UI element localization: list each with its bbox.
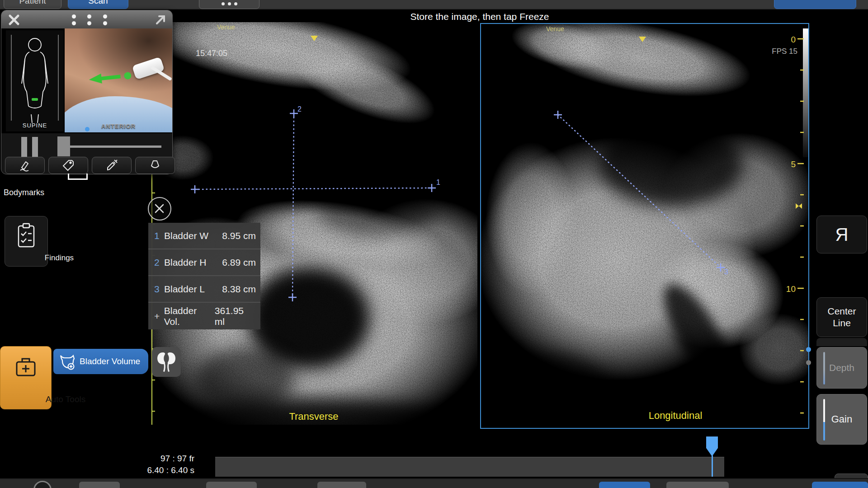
partial-button[interactable] <box>317 482 366 488</box>
tag-button[interactable] <box>48 157 88 174</box>
dismiss-measurements-button[interactable] <box>148 197 171 221</box>
panel-drag-handle[interactable] <box>69 14 110 25</box>
annotation-toolbar <box>1 157 172 175</box>
injection-button[interactable] <box>92 157 132 174</box>
scan-button[interactable]: Scan <box>68 0 128 9</box>
venue-watermark: Venue <box>546 25 564 33</box>
depth-slider-indicator <box>823 352 825 385</box>
patient-button[interactable]: Patient <box>4 0 61 9</box>
timeline-bar[interactable] <box>215 457 724 477</box>
view-border-handle-grey[interactable] <box>806 360 811 365</box>
pause-icon <box>21 137 27 157</box>
gain-button[interactable]: Gain <box>816 394 867 445</box>
probe-button[interactable] <box>135 157 175 174</box>
more-dots-icon <box>199 0 259 5</box>
pen-button[interactable] <box>5 157 45 174</box>
close-icon <box>149 198 170 219</box>
measurement-value: 8.38 cm <box>222 284 256 295</box>
measurement-row: + Bladder Vol. 361.95 ml <box>148 303 260 329</box>
bladder-volume-button[interactable]: Bladder Volume <box>53 349 148 374</box>
auto-tools-label: Auto Tools <box>40 394 91 404</box>
clip-slider-track[interactable] <box>69 145 161 148</box>
view-label: Transverse <box>289 411 338 422</box>
measurement-index: + <box>154 311 164 322</box>
anterior-label: ANTERIOR <box>65 123 172 130</box>
measurement-row: 2 Bladder H 6.89 cm <box>148 249 260 276</box>
close-icon <box>8 14 20 26</box>
measurement-row: 1 Bladder W 8.95 cm <box>148 223 260 249</box>
measurement-index: 1 <box>154 230 164 241</box>
panel-close-button[interactable] <box>8 14 20 26</box>
kidneys-icon <box>155 350 178 374</box>
flip-orientation-button[interactable]: Я <box>816 216 867 253</box>
top-right-button[interactable] <box>774 0 856 9</box>
bodymark-options: SUPINE ANTERIOR <box>1 28 172 133</box>
probe-icon <box>148 159 162 172</box>
caliper-label: 1 <box>436 178 440 186</box>
kidneys-button[interactable] <box>152 347 181 377</box>
center-line-button[interactable]: Center Line <box>816 297 867 337</box>
findings-button[interactable]: Findings <box>5 216 48 267</box>
caliper-label: 2 <box>297 105 302 113</box>
measurement-value: 361.95 ml <box>215 305 256 327</box>
status-message: Store the image, then tap Freeze <box>151 11 809 22</box>
panel-expand-button[interactable] <box>154 14 167 26</box>
partial-button[interactable] <box>79 482 120 488</box>
anterior-option[interactable]: ANTERIOR <box>65 28 172 132</box>
partial-button[interactable] <box>599 482 650 488</box>
tag-icon <box>61 159 75 172</box>
fps-label: FPS 15 <box>772 47 797 56</box>
expand-icon <box>154 14 167 26</box>
gain-slider-indicator <box>823 399 825 441</box>
supine-option[interactable]: SUPINE <box>6 30 64 131</box>
bodymarks-icon <box>68 174 88 180</box>
patient-label: Patient <box>19 0 46 5</box>
more-button[interactable] <box>199 0 259 9</box>
caliper-label: 3 <box>724 268 728 276</box>
partial-button[interactable] <box>206 482 257 488</box>
measurement-panel: 1 Bladder W 8.95 cm 2 Bladder H 6.89 cm … <box>148 223 260 329</box>
bladder-icon <box>57 352 77 371</box>
flip-label: Я <box>835 225 849 245</box>
bottom-bar <box>0 478 868 488</box>
clip-slider-handle[interactable] <box>57 136 70 156</box>
bodymark-panel-header[interactable] <box>1 10 172 28</box>
pause-button[interactable] <box>21 137 41 157</box>
longitudinal-view[interactable]: Venue FPS 15 0 5 10 <box>480 23 809 429</box>
view-border-handle-blue[interactable] <box>806 347 811 352</box>
time-counter: 6.40 : 6.40 s <box>136 465 194 475</box>
measurement-name: Bladder Vol. <box>164 305 215 327</box>
measurement-row: 3 Bladder L 8.38 cm <box>148 276 260 303</box>
depth-tick-0: 0 <box>791 35 796 44</box>
venue-watermark: Venue <box>217 23 235 31</box>
scan-label: Scan <box>88 0 108 5</box>
longitudinal-image: Venue FPS 15 0 5 10 <box>481 24 808 428</box>
medkit-icon <box>11 353 40 382</box>
center-line-label: Center Line <box>826 305 858 329</box>
depth-button[interactable]: Depth <box>816 347 867 389</box>
clipboard-icon <box>14 222 38 249</box>
measurement-index: 3 <box>154 284 164 295</box>
auto-tools-button[interactable]: Auto Tools <box>0 346 52 409</box>
view-label: Longitudinal <box>649 410 703 421</box>
partial-button[interactable] <box>812 482 868 488</box>
measurement-name: Bladder W <box>164 230 208 241</box>
pen-icon <box>18 159 32 172</box>
grayscale-bar <box>803 28 808 157</box>
measurement-value: 6.89 cm <box>222 257 256 268</box>
timeline-playhead[interactable] <box>706 436 718 456</box>
partial-button[interactable] <box>666 482 729 488</box>
scan-direction-arrow-icon <box>87 67 147 91</box>
hidden-control-edge <box>816 338 867 346</box>
findings-label: Findings <box>38 253 80 263</box>
settings-gear-button[interactable] <box>33 481 52 488</box>
syringe-icon <box>105 159 118 172</box>
supine-label: SUPINE <box>6 122 64 129</box>
bodymarks-button[interactable]: Bodymarks <box>4 188 44 197</box>
timeline-playhead-line <box>712 455 713 477</box>
bodymark-panel: SUPINE ANTERIOR <box>1 10 173 174</box>
measurement-name: Bladder L <box>164 284 205 295</box>
page-indicator-dot <box>85 127 90 131</box>
depth-tick-5: 5 <box>791 160 796 169</box>
gain-label: Gain <box>831 413 852 425</box>
